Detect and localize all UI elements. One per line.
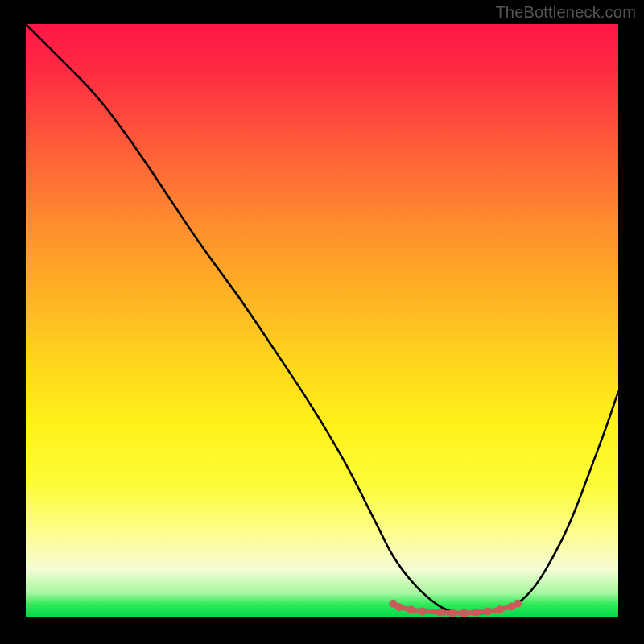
optimal-band-marker bbox=[419, 607, 427, 615]
plot-area bbox=[26, 24, 618, 617]
optimal-band-marker bbox=[448, 609, 456, 617]
watermark-label: TheBottleneck.com bbox=[495, 3, 636, 22]
chart-frame: TheBottleneck.com bbox=[0, 0, 644, 644]
optimal-band-marker bbox=[395, 603, 403, 611]
bottleneck-curve-path bbox=[26, 24, 618, 613]
optimal-band-marker bbox=[514, 600, 522, 608]
optimal-band-marker bbox=[496, 605, 504, 613]
optimal-band-marker bbox=[460, 609, 469, 617]
optimal-band-marker bbox=[436, 609, 444, 617]
optimal-band-marker bbox=[472, 609, 480, 617]
optimal-band-marker bbox=[484, 607, 492, 615]
optimal-band-markers-group bbox=[389, 600, 522, 617]
optimal-band-marker bbox=[407, 605, 415, 613]
curve-overlay bbox=[26, 24, 618, 617]
